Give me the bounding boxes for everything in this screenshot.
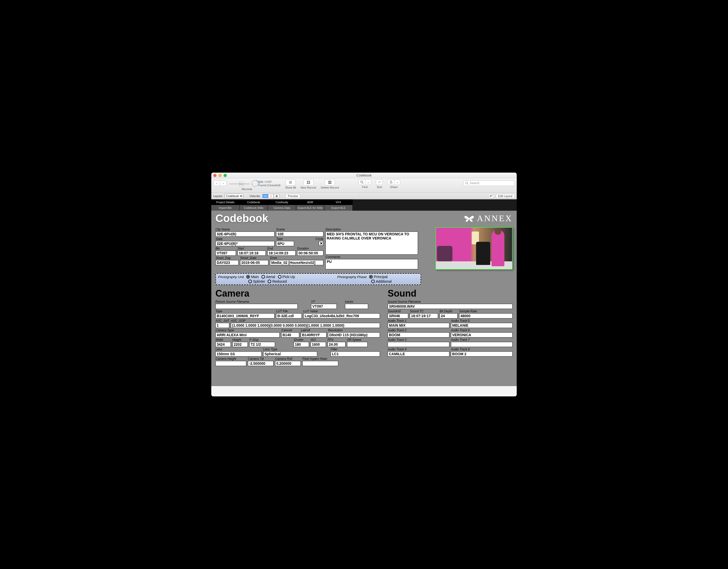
- radio-unit-splinter[interactable]: Splinter: [248, 279, 265, 283]
- t4-field[interactable]: CAMILLE: [388, 352, 449, 357]
- t6-field[interactable]: VERONICA: [451, 332, 513, 338]
- clip-name-field[interactable]: 32E-6PU(B): [215, 231, 275, 237]
- subtab-camera-data[interactable]: Camera Data: [268, 205, 296, 211]
- delete-record-button[interactable]: [325, 179, 335, 185]
- iso-field[interactable]: 1600: [311, 342, 326, 347]
- view-table-button[interactable]: ▦: [274, 194, 279, 198]
- slider-thumb[interactable]: 591: [239, 182, 243, 186]
- camroll2-field[interactable]: 0.200000: [275, 361, 301, 366]
- text-format-button[interactable]: Aª: [488, 194, 494, 198]
- nav-prev-button[interactable]: ‹: [213, 180, 220, 186]
- layout-select[interactable]: Codebook: [225, 194, 243, 198]
- ascsat-field[interactable]: 1: [215, 323, 229, 328]
- view-list-button[interactable]: ≡: [268, 194, 274, 198]
- bin-field[interactable]: VT097: [215, 250, 236, 256]
- par-label: Pixel Aspect Ratio: [302, 357, 338, 361]
- tab-continuity[interactable]: Continuity: [268, 199, 296, 205]
- samplerate-label: Sample Rate: [459, 310, 513, 313]
- show-all-button[interactable]: [285, 179, 296, 185]
- circle-checkbox[interactable]: ✕: [319, 241, 323, 246]
- radio-unit-main[interactable]: Main: [246, 275, 259, 279]
- t1-field[interactable]: MAIN MIX: [388, 323, 449, 328]
- soundroll-field[interactable]: SR046: [388, 313, 408, 319]
- lens-field[interactable]: 150mm SS: [215, 352, 262, 357]
- radio-phase-additional[interactable]: Additional: [371, 279, 392, 283]
- end-field[interactable]: 18:14:09:23: [267, 250, 296, 256]
- nav-next-button[interactable]: ›: [220, 180, 226, 186]
- description-field[interactable]: MED 3/4'S FRONTAL TO MCU ON VERONICA TO …: [325, 231, 418, 255]
- radio-phase-principal[interactable]: Principal: [369, 275, 388, 279]
- bitdepth-field[interactable]: 24: [440, 313, 458, 319]
- ascsop-field[interactable]: (1.0000 1.0000 1.0000)(0.0000 0.0000 0.0…: [231, 323, 380, 328]
- preview-button[interactable]: Preview: [286, 194, 300, 198]
- take-field[interactable]: 6PU: [276, 241, 294, 246]
- fstop-field[interactable]: T2 1/2: [249, 342, 275, 347]
- lenstype-field[interactable]: Spherical: [263, 352, 317, 357]
- share-dropdown[interactable]: ⌄: [394, 179, 400, 185]
- t7-field[interactable]: [451, 342, 513, 347]
- soundtc-field[interactable]: 18:07:19:17: [410, 313, 438, 319]
- radio-unit-aerial[interactable]: Aerial: [261, 275, 275, 279]
- share-button[interactable]: [387, 179, 395, 185]
- titlebar: Codebook: [211, 173, 517, 178]
- filter-field[interactable]: LC1: [331, 352, 380, 357]
- record-slider[interactable]: 591: [229, 183, 250, 184]
- labroll-field[interactable]: B140R0YF: [301, 332, 326, 338]
- subtab-export-ale[interactable]: Export ALE: [324, 205, 353, 211]
- view-form-button[interactable]: ▭: [262, 194, 268, 198]
- camtype-field[interactable]: ARRI ALEXA Mini: [215, 332, 280, 338]
- duration-field[interactable]: 00:06:50:05: [297, 250, 323, 256]
- shootday-field[interactable]: DAY023: [215, 260, 239, 265]
- lutfile-field[interactable]: B-32E.cdl: [276, 313, 302, 319]
- samplerate-field[interactable]: 48000: [459, 313, 513, 319]
- toolbar: ‹ › 591 688 / 2707 Found (Unsorted) Reco…: [211, 178, 517, 193]
- comments-field[interactable]: PU: [325, 259, 418, 269]
- psf-field[interactable]: [215, 304, 298, 309]
- find-button[interactable]: [358, 179, 366, 185]
- brand-text: ANNEX: [477, 213, 513, 223]
- tab-filler: [353, 199, 517, 205]
- radio-unit-reduced[interactable]: Reduced: [268, 279, 287, 283]
- height-field[interactable]: 2202: [232, 342, 248, 347]
- tab-project-details[interactable]: Project Details: [211, 199, 240, 205]
- camroll-field[interactable]: B140: [281, 332, 299, 338]
- find-dropdown[interactable]: ⌄: [365, 179, 371, 185]
- vt-field[interactable]: VT097: [311, 304, 337, 309]
- sort-button[interactable]: ↓ᵃᶻ: [376, 179, 383, 185]
- tab-codebook[interactable]: Codebook: [240, 199, 268, 205]
- tape-field[interactable]: B140C003_190606_R0YF: [215, 313, 275, 319]
- start-field[interactable]: 18:07:19:18: [238, 250, 266, 256]
- tab-adr[interactable]: ADR: [296, 199, 324, 205]
- radio-unit-pickup[interactable]: Pick-Up: [278, 275, 295, 279]
- fps-field[interactable]: 24.00: [327, 342, 345, 347]
- width-field[interactable]: 3424: [215, 342, 231, 347]
- shootdate-field[interactable]: 2019-06-05: [240, 260, 268, 265]
- pie-chart-icon[interactable]: [252, 180, 258, 187]
- subtab-export-ale-stills[interactable]: Export ALE for Stills: [296, 205, 324, 211]
- edit-layout-button[interactable]: Edit Layout: [496, 194, 515, 198]
- subtab-import-bin[interactable]: Import Bin: [211, 205, 240, 211]
- slate-field[interactable]: 32E-6PU(B)*: [215, 241, 275, 246]
- camtilt-field[interactable]: -2.500000: [248, 361, 274, 366]
- new-record-label: New Record: [301, 186, 316, 189]
- shutter-field[interactable]: 180: [294, 342, 309, 347]
- t2-field[interactable]: BOOM: [388, 332, 449, 338]
- search-input[interactable]: Search: [463, 180, 515, 186]
- drive-field[interactable]: Media_02 [HouseNexis02]: [270, 260, 323, 265]
- lutvalue-field[interactable]: LogC33_Ulook4bLb2k0_Rec709: [303, 313, 380, 319]
- t3-field[interactable]: [388, 342, 449, 347]
- resolution-field[interactable]: DNxHD 115 (HD1080p): [328, 332, 380, 338]
- offspeed-field[interactable]: [347, 342, 368, 347]
- scene-field[interactable]: 32E: [276, 231, 323, 237]
- ssf-field[interactable]: SR046008.WAV: [388, 304, 513, 309]
- lutfile-label: LUT File: [276, 310, 302, 313]
- tab-vfx[interactable]: VFX: [324, 199, 353, 205]
- still-thumbnail[interactable]: [435, 227, 513, 269]
- camheight-field[interactable]: [215, 361, 246, 366]
- t8-field[interactable]: BOOM 2: [451, 352, 513, 357]
- t5-field[interactable]: MELANIE: [451, 323, 513, 328]
- par-field[interactable]: [302, 361, 338, 366]
- tracks-field[interactable]: [345, 304, 368, 309]
- new-record-button[interactable]: [303, 179, 314, 185]
- subtab-codebook-stills[interactable]: Codebook Stills: [240, 205, 268, 211]
